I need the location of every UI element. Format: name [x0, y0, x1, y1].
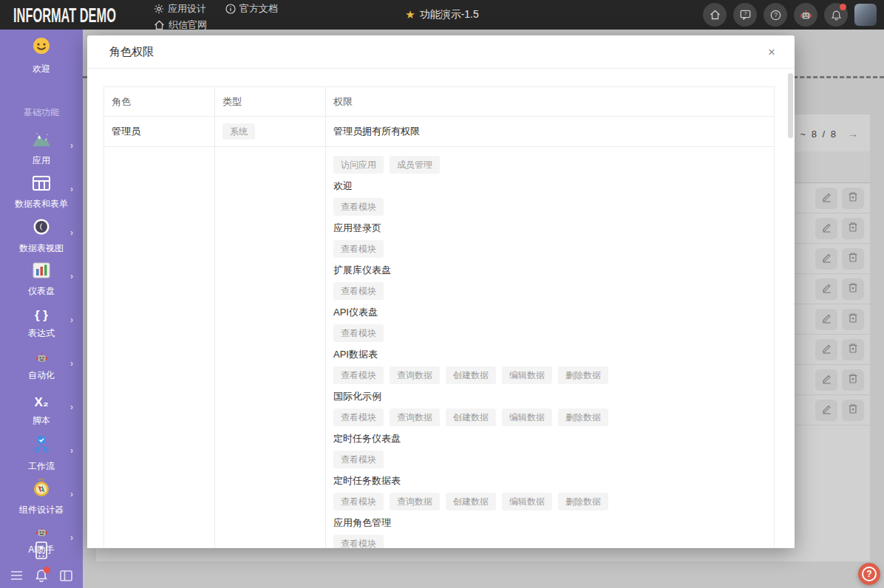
permission-module-name: 应用角色管理 — [333, 516, 766, 530]
sidebar-item-数据表和表单[interactable]: 数据表和表单› — [0, 171, 83, 214]
modal-header: 角色权限 × — [87, 35, 795, 69]
chevron-right-icon: › — [70, 358, 73, 369]
chevron-right-icon: › — [70, 140, 73, 151]
permission-tag: 删除数据 — [558, 493, 608, 510]
help-floating-button[interactable]: ? — [858, 563, 880, 585]
user-avatar[interactable] — [854, 4, 877, 26]
sidebar-item-表达式[interactable]: { }表达式› — [0, 301, 83, 345]
sidebar-item-数据表视图[interactable]: 数据表视图› — [0, 214, 83, 258]
menu-icon[interactable] — [10, 570, 23, 581]
permission-tag: 查看模块 — [333, 198, 384, 216]
empty-type-cell — [215, 147, 326, 548]
permission-module-name: 扩展库仪表盘 — [333, 264, 766, 277]
permission-module-name: 应用登录页 — [333, 222, 766, 235]
permission-module-name: 国际化示例 — [333, 390, 766, 403]
robot-icon — [35, 352, 48, 366]
sidebar-item-label: 表达式 — [28, 327, 55, 340]
top-nav-item-1[interactable]: 官方文档 — [225, 1, 278, 17]
chevron-right-icon: › — [70, 489, 73, 499]
sidebar-item-应用[interactable]: 应用› — [0, 127, 83, 171]
compass-icon — [32, 479, 51, 501]
sidebar-items: 应用›数据表和表单›数据表视图›仪表盘›{ }表达式›自动化›X₂脚本›工作流›… — [0, 127, 83, 563]
permission-tag: 创建数据 — [446, 366, 496, 384]
role-name-cell: 管理员 — [104, 117, 215, 146]
permission-tag-row: 查看模块查询数据创建数据编辑数据删除数据 — [333, 493, 766, 510]
permission-module-name: API仪表盘 — [333, 306, 766, 319]
sidebar-bottom-toolbar — [0, 566, 83, 585]
permission-summary-cell: 管理员拥有所有权限 — [326, 117, 774, 146]
notifications-button[interactable] — [824, 3, 848, 27]
sidebar-item-仪表盘[interactable]: 仪表盘› — [0, 258, 83, 301]
robot-icon — [35, 527, 48, 541]
current-app-badge[interactable]: ★ 功能演示-1.5 — [405, 0, 479, 30]
permission-tag: 查询数据 — [390, 366, 440, 384]
sidebar-item-label: 数据表和表单 — [15, 198, 68, 211]
permission-tag: 查看模块 — [333, 535, 384, 548]
bar-chart-icon — [32, 261, 51, 282]
chevron-right-icon: › — [70, 445, 73, 456]
modal-scrollbar-thumb[interactable] — [788, 73, 793, 138]
help-button[interactable]: ? — [764, 3, 787, 27]
close-icon[interactable]: × — [764, 44, 780, 61]
permission-tag: 成员管理 — [390, 156, 440, 174]
permission-tag: 查看模块 — [333, 451, 384, 468]
app-logo: INFORMAT DEMO — [13, 4, 116, 27]
building-plus-icon[interactable] — [0, 541, 83, 560]
role-permissions-modal: 角色权限 × 角色 类型 权限 管理员 系统 管理员拥有所有权限 访问应用成员管… — [87, 35, 795, 548]
column-header-permission: 权限 — [326, 87, 774, 116]
permission-tag-row: 查看模块 — [333, 198, 766, 216]
sidebar: 欢迎 基础功能 应用›数据表和表单›数据表视图›仪表盘›{ }表达式›自动化›X… — [0, 30, 83, 588]
permission-tag: 删除数据 — [558, 366, 608, 384]
sidebar-item-welcome[interactable]: 欢迎 — [0, 30, 83, 75]
script-icon: X₂ — [35, 394, 49, 411]
permission-tag: 查看模块 — [333, 240, 384, 258]
braces-icon: { } — [35, 307, 48, 324]
workflow-icon — [32, 435, 51, 457]
data-view-icon — [32, 217, 51, 239]
home-button[interactable] — [703, 3, 727, 27]
table-row: 访问应用成员管理 欢迎查看模块应用登录页查看模块扩展库仪表盘查看模块API仪表盘… — [104, 147, 774, 548]
svg-text:?: ? — [744, 11, 747, 16]
gear-icon — [154, 4, 164, 14]
permission-tag-row: 查看模块查询数据创建数据编辑数据删除数据 — [333, 366, 766, 384]
feedback-button[interactable]: ? — [733, 3, 757, 27]
sidebar-section-label: 基础功能 — [0, 106, 83, 119]
permission-tag: 查询数据 — [390, 408, 440, 426]
role-type-cell: 系统 — [215, 117, 326, 146]
help-icon: ? — [770, 10, 781, 21]
sidebar-item-脚本[interactable]: X₂脚本› — [0, 389, 83, 432]
permission-tag-row: 查看模块 — [333, 282, 766, 300]
chevron-right-icon: › — [70, 228, 73, 238]
mountain-icon — [31, 131, 52, 151]
home-icon — [154, 20, 165, 30]
bell-icon[interactable] — [35, 569, 48, 582]
sidebar-item-label: 自动化 — [28, 369, 55, 382]
permission-tag-row: 查看模块 — [333, 535, 766, 548]
permission-tag: 创建数据 — [446, 408, 496, 426]
sidebar-item-工作流[interactable]: 工作流› — [0, 432, 83, 476]
sidebar-item-组件设计器[interactable]: 组件设计器› — [0, 476, 83, 519]
top-header: INFORMAT DEMO 应用设计官方文档织信官网 ★ 功能演示-1.5 ?? — [0, 0, 884, 30]
top-nav-item-0[interactable]: 应用设计 — [154, 1, 206, 17]
panel-toggle-icon[interactable] — [60, 570, 72, 581]
table-row: 管理员 系统 管理员拥有所有权限 — [104, 117, 774, 147]
permission-module-name: API数据表 — [333, 348, 766, 361]
robot-icon — [800, 10, 812, 21]
permission-tag: 查看模块 — [333, 366, 384, 384]
top-nav-label: 应用设计 — [168, 2, 206, 16]
global-permission-tags: 访问应用成员管理 — [333, 156, 766, 174]
sidebar-item-label: 组件设计器 — [19, 504, 64, 516]
permission-tag: 查看模块 — [333, 282, 384, 300]
permission-tag: 查看模块 — [333, 493, 384, 510]
notification-dot — [840, 4, 846, 10]
sidebar-item-label: 仪表盘 — [28, 285, 55, 298]
permission-detail-cell: 访问应用成员管理 欢迎查看模块应用登录页查看模块扩展库仪表盘查看模块API仪表盘… — [326, 147, 774, 548]
permission-module-name: 欢迎 — [333, 180, 766, 193]
notification-dot — [44, 567, 50, 573]
chevron-right-icon: › — [70, 315, 73, 325]
sidebar-item-自动化[interactable]: 自动化› — [0, 345, 83, 389]
ai-assistant-button[interactable] — [794, 3, 817, 27]
permission-tag-row: 查看模块 — [333, 240, 766, 258]
table-header-row: 角色 类型 权限 — [104, 87, 774, 117]
permission-tag: 编辑数据 — [502, 493, 552, 510]
